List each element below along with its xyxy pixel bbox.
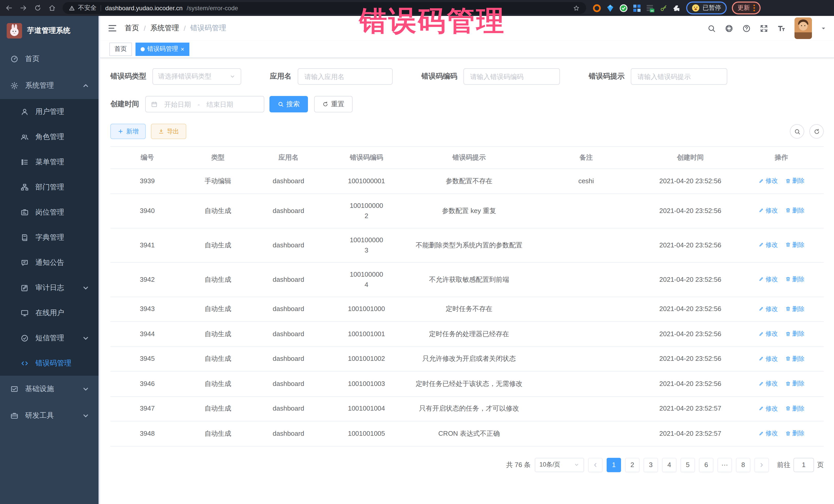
tag-home[interactable]: 首页 (109, 42, 132, 56)
sidebar-item-menu-management[interactable]: 菜单管理 (0, 149, 100, 175)
prev-page-button[interactable] (588, 458, 602, 472)
extension-v-icon[interactable] (619, 4, 628, 12)
edit-link[interactable]: 修改 (758, 328, 778, 339)
browser-menu-icon[interactable] (753, 5, 755, 11)
delete-link[interactable]: 删除 (785, 428, 805, 438)
sidebar-item-error-code-management[interactable]: 错误码管理 (0, 351, 100, 376)
bookmark-star-icon[interactable] (573, 4, 580, 12)
edit-link[interactable]: 修改 (758, 304, 778, 314)
edit-link[interactable]: 修改 (758, 353, 778, 364)
delete-link[interactable]: 删除 (785, 205, 805, 216)
sidebar-item-label: 岗位管理 (36, 207, 64, 217)
sidebar-item-dict-management[interactable]: 字典管理 (0, 225, 100, 250)
sidebar-item-notice[interactable]: 通知公告 (0, 250, 100, 275)
error-code-input[interactable] (463, 68, 560, 85)
sidebar-item-role-management[interactable]: 角色管理 (0, 124, 100, 149)
avatar[interactable] (794, 18, 812, 39)
sidebar-item-infrastructure[interactable]: 基础设施 (0, 376, 100, 402)
sidebar-item-dev-tools[interactable]: 研发工具 (0, 402, 100, 429)
search-icon[interactable] (707, 24, 716, 32)
extension-orange-icon[interactable] (593, 4, 601, 12)
add-button[interactable]: 新增 (110, 124, 146, 139)
font-size-icon[interactable] (777, 24, 786, 32)
start-date-input[interactable] (161, 100, 195, 108)
sidebar-item-post-management[interactable]: 岗位管理 (0, 200, 100, 225)
reset-button[interactable]: 重置 (314, 96, 353, 112)
page-button-6[interactable]: 6 (699, 458, 714, 472)
edit-link[interactable]: 修改 (758, 428, 778, 438)
back-icon[interactable] (5, 4, 13, 12)
page-button-4[interactable]: 4 (662, 458, 676, 472)
sidebar-item-system-management[interactable]: 系统管理 (0, 72, 100, 99)
extension-squares-icon[interactable] (633, 4, 641, 12)
users-icon (21, 133, 29, 141)
extension-key-icon[interactable] (659, 4, 668, 12)
sidebar-item-online-users[interactable]: 在线用户 (0, 300, 100, 325)
edit-link[interactable]: 修改 (758, 176, 778, 186)
security-chip[interactable]: 不安全 (69, 4, 96, 12)
page-button-1[interactable]: 1 (607, 458, 621, 472)
sidebar-item-home[interactable]: 首页 (0, 46, 100, 72)
sidebar-item-dept-management[interactable]: 部门管理 (0, 175, 100, 200)
sidebar-item-user-management[interactable]: 用户管理 (0, 99, 100, 124)
reload-icon[interactable] (34, 4, 42, 12)
page-ellipsis[interactable]: ··· (718, 458, 732, 472)
page-button-5[interactable]: 5 (681, 458, 695, 472)
extension-gem-icon[interactable] (606, 4, 614, 12)
tag-error-code[interactable]: 错误码管理 × (135, 42, 190, 56)
search-button[interactable]: 搜索 (269, 96, 308, 112)
breadcrumb-system[interactable]: 系统管理 (150, 24, 179, 33)
breadcrumb-home[interactable]: 首页 (125, 24, 139, 33)
col-ops: 操作 (739, 147, 824, 169)
address-bar[interactable]: 不安全 dashboard.yudao.iocoder.cn/system/er… (63, 2, 586, 14)
sidebar-item-sms-management[interactable]: 短信管理 (0, 325, 100, 351)
date-range-picker[interactable]: - (145, 96, 264, 112)
fullscreen-icon[interactable] (760, 24, 768, 32)
cell-type: 手动编辑 (184, 169, 251, 194)
cell-type: 自动生成 (184, 322, 251, 346)
puzzle-extensions-icon[interactable] (673, 4, 681, 12)
error-msg-input[interactable] (631, 68, 727, 85)
hamburger-icon[interactable] (108, 24, 117, 33)
delete-link[interactable]: 删除 (785, 378, 805, 389)
end-date-input[interactable] (203, 100, 237, 108)
edit-link[interactable]: 修改 (758, 274, 778, 284)
delete-link[interactable]: 删除 (785, 304, 805, 314)
help-icon[interactable] (742, 24, 751, 32)
delete-link[interactable]: 删除 (785, 176, 805, 186)
goto-page-input[interactable] (793, 458, 814, 472)
app-name-input[interactable] (298, 68, 393, 85)
page-button-3[interactable]: 3 (643, 458, 658, 472)
caret-down-icon[interactable] (821, 25, 826, 31)
page-button-8[interactable]: 8 (736, 458, 750, 472)
app-logo[interactable]: 芋道管理系统 (0, 16, 100, 46)
cell-app: dashboard (251, 421, 325, 446)
delete-link[interactable]: 删除 (785, 353, 805, 364)
toggle-search-button[interactable] (790, 124, 804, 138)
close-icon[interactable]: × (181, 46, 184, 52)
sidebar-item-audit-log[interactable]: 审计日志 (0, 275, 100, 300)
edit-link[interactable]: 修改 (758, 240, 778, 250)
home-icon[interactable] (48, 4, 56, 12)
edit-link[interactable]: 修改 (758, 205, 778, 216)
next-page-button[interactable] (754, 458, 769, 472)
delete-link[interactable]: 删除 (785, 240, 805, 250)
profile-paused-chip[interactable]: 已暂停 (686, 2, 727, 14)
edit-link[interactable]: 修改 (758, 403, 778, 413)
cell-msg: 定时任务已经处于该状态，无需修改 (408, 371, 531, 396)
cell-code: 1001001003 (325, 371, 408, 396)
delete-link[interactable]: 删除 (785, 328, 805, 339)
error-type-select[interactable]: 请选择错误码类型 (152, 68, 241, 85)
extension-list[interactable]: on (646, 4, 654, 12)
delete-link[interactable]: 删除 (785, 403, 805, 413)
delete-link[interactable]: 删除 (785, 274, 805, 284)
export-button[interactable]: 导出 (151, 124, 186, 139)
page-button-2[interactable]: 2 (625, 458, 639, 472)
col-time: 创建时间 (641, 147, 739, 169)
page-size-select[interactable]: 10条/页 (535, 458, 584, 472)
browser-update-button[interactable]: 更新 (732, 2, 761, 14)
github-icon[interactable] (725, 24, 733, 32)
forward-icon[interactable] (20, 4, 27, 12)
refresh-table-button[interactable] (809, 124, 824, 138)
edit-link[interactable]: 修改 (758, 378, 778, 389)
